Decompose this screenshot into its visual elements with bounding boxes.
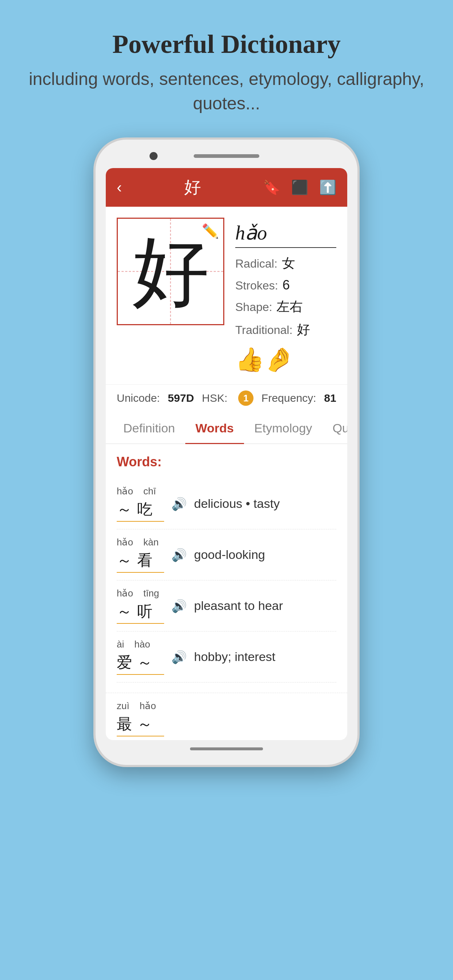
word-meaning: delicious • tasty [194,496,336,511]
strokes-row: Strokes: 6 [235,277,336,293]
unicode-row: Unicode: 597D HSK: 1 Frequency: 81 [106,384,347,413]
word-pinyin: zuì hǎo [117,700,164,712]
word-item: ài hào 爱 ～ 🔊 hobby; interest [117,632,336,682]
traditional-label: Traditional: [235,323,292,337]
speaker-icon[interactable]: 🔊 [171,547,187,562]
hsk-label: HSK: [202,392,227,404]
character-display: 好 [132,233,209,310]
radical-value: 女 [282,255,295,272]
shape-value: 左右 [276,298,303,316]
pinyin-line: hǎo [235,221,336,248]
app-header: ‹ 好 🔖 ⬛ ⬆️ [106,168,347,207]
word-item: hǎo tīng ～ 听 🔊 pleasant to hear [117,581,336,632]
phone-speaker [194,154,259,158]
word-pinyin: hǎo chī [117,485,164,497]
speaker-icon[interactable]: 🔊 [171,496,187,511]
phone-top [106,151,347,162]
speaker-icon[interactable]: 🔊 [171,599,187,613]
word-item: hǎo chī ～ 吃 🔊 delicious • tasty [117,478,336,530]
word-pinyin: hǎo kàn [117,537,164,548]
word-chinese: 爱 ～ [117,652,164,675]
word-item: hǎo kàn ～ 看 🔊 good-looking [117,530,336,581]
tab-quotes[interactable]: Quotes [322,413,347,443]
radical-row: Radical: 女 [235,255,336,272]
traditional-value: 好 [297,321,310,339]
words-heading: Words: [117,454,336,469]
tab-definition[interactable]: Definition [113,413,185,443]
character-area: 好 ✏️ hǎo Radical: 女 Strokes: 6 [106,207,347,384]
page-title: Powerful Dictionary [112,29,341,59]
word-meaning: hobby; interest [194,650,336,664]
pinyin-text: hǎo [235,222,267,244]
tabs-row: Definition Words Etymology Quotes [106,413,347,444]
frequency-value: 81 [324,392,336,404]
shape-label: Shape: [235,301,272,314]
shape-row: Shape: 左右 [235,298,336,316]
radical-label: Radical: [235,257,278,270]
app-screen: ‹ 好 🔖 ⬛ ⬆️ 好 ✏️ hǎo [106,168,347,740]
word-chars: ài hào 爱 ～ [117,639,164,675]
strokes-label: Strokes: [235,279,278,293]
unicode-value: 597D [168,392,194,404]
traditional-row: Traditional: 好 [235,321,336,339]
word-chinese: 最 ～ [117,714,164,737]
pencil-icon[interactable]: ✏️ [202,223,219,239]
back-button[interactable]: ‹ [117,179,122,196]
header-icons: 🔖 ⬛ ⬆️ [263,180,336,196]
tab-words[interactable]: Words [185,413,244,443]
word-chars: hǎo tīng ～ 听 [117,588,164,624]
bookmark-icon[interactable]: 🔖 [263,180,280,196]
character-box: 好 ✏️ [117,218,224,325]
frame-icon[interactable]: ⬛ [291,180,308,196]
word-chars: zuì hǎo 最 ～ [117,700,164,737]
word-meaning: pleasant to hear [194,599,336,613]
hsk-badge: 1 [238,390,254,406]
page-subtitle: including words, sentences, etymology, c… [0,67,453,116]
phone-frame: ‹ 好 🔖 ⬛ ⬆️ 好 ✏️ hǎo [93,137,360,767]
home-indicator [190,748,263,750]
character-info: hǎo Radical: 女 Strokes: 6 Shape: 左右 [235,218,336,373]
word-pinyin: hǎo tīng [117,588,164,599]
word-chinese: ～ 看 [117,550,164,573]
frequency-label: Frequency: [262,392,316,404]
word-chars: hǎo chī ～ 吃 [117,485,164,522]
tab-etymology[interactable]: Etymology [244,413,322,443]
emoji-row: 👍🤌 [235,346,336,373]
speaker-icon[interactable]: 🔊 [171,650,187,664]
unicode-label: Unicode: [117,392,160,404]
word-pinyin: ài hào [117,639,164,650]
share-icon[interactable]: ⬆️ [319,180,336,196]
bottom-partial-word: zuì hǎo 最 ～ [106,693,347,740]
phone-camera [150,152,158,160]
word-chinese: ～ 吃 [117,499,164,522]
word-chinese: ～ 听 [117,601,164,624]
word-meaning: good-looking [194,547,336,562]
header-title: 好 [184,176,201,199]
word-chars: hǎo kàn ～ 看 [117,537,164,573]
phone-bottom [106,748,347,754]
words-content: Words: hǎo chī ～ 吃 🔊 delicious [106,444,347,693]
strokes-value: 6 [282,277,290,293]
page-background: Powerful Dictionary including words, sen… [0,0,453,980]
